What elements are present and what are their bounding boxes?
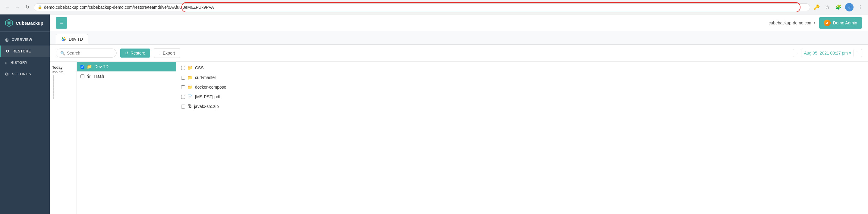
- folder-panel: 📁 Dev TD 🗑 Trash: [77, 62, 176, 214]
- back-button[interactable]: ←: [4, 3, 12, 11]
- history-icon: ○: [5, 60, 7, 65]
- browser-actions: 🔑 ☆ 🧩 J ⋮: [812, 3, 864, 11]
- timeline-lines: [52, 75, 74, 99]
- timeline-line: [53, 79, 54, 81]
- sidebar-item-restore[interactable]: ↺ RESTORE: [0, 45, 50, 57]
- top-bar-left: ≡: [56, 17, 765, 29]
- folder-icon-css: 📁: [187, 65, 193, 70]
- folder-name-trash: Trash: [93, 74, 104, 79]
- chrome-menu-button[interactable]: ⋮: [856, 3, 864, 11]
- hamburger-icon: ≡: [60, 20, 63, 26]
- file-name-css: CSS: [195, 65, 204, 70]
- toolbar: 🔍 ↺ Restore ↓ Export ‹ Aug 05, 2021 03:2…: [50, 44, 868, 62]
- folder-icon-curl-master: 📁: [187, 75, 193, 80]
- file-checkbox-css[interactable]: [181, 66, 185, 70]
- folder-item-dev-td[interactable]: 📁 Dev TD: [77, 62, 176, 71]
- sidebar-label-settings: SETTINGS: [12, 72, 31, 76]
- file-name-curl-master: curl-master: [195, 75, 216, 80]
- tab-label: Dev TD: [69, 37, 83, 41]
- timeline-line: [53, 93, 54, 96]
- admin-label: Demo Admin: [833, 21, 857, 25]
- bookmark-button[interactable]: ☆: [824, 3, 832, 11]
- puzzle-icon: 🧩: [835, 4, 841, 10]
- search-icon: 🔍: [60, 51, 65, 56]
- extension-button[interactable]: 🧩: [834, 3, 843, 11]
- restore-button[interactable]: ↺ Restore: [120, 49, 150, 58]
- timeline-line: [53, 96, 54, 99]
- star-icon: ☆: [826, 4, 830, 10]
- date-display[interactable]: Aug 05, 2021 03:27 pm ▾: [804, 51, 851, 56]
- admin-avatar: A: [824, 20, 831, 26]
- top-bar: ≡ cubebackup-demo.com ▾ A Demo Admin: [50, 14, 868, 31]
- tab-dev-td[interactable]: Dev TD: [56, 34, 88, 44]
- restore-btn-label: Restore: [130, 51, 145, 56]
- folder-checkbox-trash[interactable]: [81, 74, 84, 79]
- lock-icon: 🔒: [38, 5, 42, 9]
- url-input[interactable]: [44, 5, 806, 10]
- file-name-docker-compose: docker-compose: [195, 85, 226, 90]
- timeline-time: 3:27pm: [52, 70, 63, 74]
- restore-icon: ↺: [6, 49, 10, 54]
- date-prev-button[interactable]: ‹: [793, 49, 801, 57]
- file-checkbox-javafx[interactable]: [181, 104, 185, 109]
- cubebackup-logo-icon: [5, 19, 13, 27]
- forward-button[interactable]: →: [13, 3, 22, 11]
- menu-toggle-button[interactable]: ≡: [56, 17, 67, 29]
- domain-chevron: ▾: [814, 21, 815, 25]
- restore-btn-icon: ↺: [125, 51, 129, 56]
- date-next-button[interactable]: ›: [854, 49, 862, 57]
- settings-icon: ⚙: [5, 72, 9, 77]
- date-chevron: ▾: [849, 51, 851, 56]
- app-layout: CubeBackup ◎ OVERVIEW ↺ RESTORE ○ HISTOR…: [0, 14, 868, 214]
- trash-icon: 🗑: [87, 74, 91, 79]
- demo-admin-button[interactable]: A Demo Admin: [819, 17, 862, 29]
- sidebar-label-restore: RESTORE: [13, 49, 31, 53]
- search-input[interactable]: [67, 51, 112, 56]
- file-browser: Today 3:27pm: [50, 62, 868, 214]
- sidebar-label-overview: OVERVIEW: [12, 38, 32, 42]
- export-btn-label: Export: [163, 51, 175, 56]
- file-item-curl-master[interactable]: 📁 curl-master: [176, 73, 868, 82]
- timeline-line: [53, 84, 54, 87]
- address-bar[interactable]: 🔒: [34, 3, 810, 11]
- file-name-javafx: javafx-src.zip: [194, 104, 219, 109]
- sidebar-item-history[interactable]: ○ HISTORY: [0, 57, 50, 68]
- gdrive-tab-icon: [61, 36, 66, 42]
- file-item-css[interactable]: 📁 CSS: [176, 63, 868, 73]
- key-button[interactable]: 🔑: [812, 3, 821, 11]
- reload-button[interactable]: ↻: [23, 3, 31, 11]
- file-checkbox-curl-master[interactable]: [181, 75, 185, 80]
- file-item-docker-compose[interactable]: 📁 docker-compose: [176, 82, 868, 92]
- file-item-javafx[interactable]: 🗜 javafx-src.zip: [176, 101, 868, 111]
- logo-text: CubeBackup: [16, 21, 43, 26]
- key-icon: 🔑: [814, 4, 820, 10]
- domain-selector[interactable]: cubebackup-demo.com ▾: [769, 21, 815, 25]
- chrome-menu-icon: ⋮: [858, 4, 863, 10]
- file-item-ms-pst[interactable]: 📄 [MS-PST].pdf: [176, 92, 868, 101]
- tab-bar: Dev TD: [50, 31, 868, 44]
- files-panel: 📁 CSS 📁 curl-master 📁 docker-compose 📄: [176, 62, 868, 214]
- folder-checkbox-dev-td[interactable]: [81, 65, 84, 69]
- timeline-line: [53, 90, 54, 93]
- file-name-ms-pst: [MS-PST].pdf: [195, 94, 220, 99]
- timeline-line: [53, 87, 54, 90]
- sidebar-item-overview[interactable]: ◎ OVERVIEW: [0, 34, 50, 45]
- timeline-line: [53, 75, 54, 78]
- export-button[interactable]: ↓ Export: [154, 48, 180, 58]
- search-box[interactable]: 🔍: [56, 49, 117, 58]
- sidebar: CubeBackup ◎ OVERVIEW ↺ RESTORE ○ HISTOR…: [0, 14, 50, 214]
- timeline-line: [53, 81, 54, 84]
- sidebar-item-settings[interactable]: ⚙ SETTINGS: [0, 68, 50, 80]
- browser-chrome: ← → ↻ 🔒 🔑 ☆ 🧩 J ⋮: [0, 0, 868, 14]
- overview-icon: ◎: [5, 37, 9, 42]
- address-wrapper: 🔒: [34, 3, 810, 11]
- pdf-icon: 📄: [187, 94, 193, 99]
- main-content: ≡ cubebackup-demo.com ▾ A Demo Admin: [50, 14, 868, 214]
- file-checkbox-ms-pst[interactable]: [181, 95, 185, 99]
- file-checkbox-docker-compose[interactable]: [181, 85, 185, 89]
- nav-buttons: ← → ↻: [4, 3, 31, 11]
- folder-item-trash[interactable]: 🗑 Trash: [77, 71, 176, 81]
- timeline-entry: Today 3:27pm: [52, 65, 74, 74]
- profile-button[interactable]: J: [845, 3, 854, 11]
- date-nav: ‹ Aug 05, 2021 03:27 pm ▾ ›: [793, 49, 862, 57]
